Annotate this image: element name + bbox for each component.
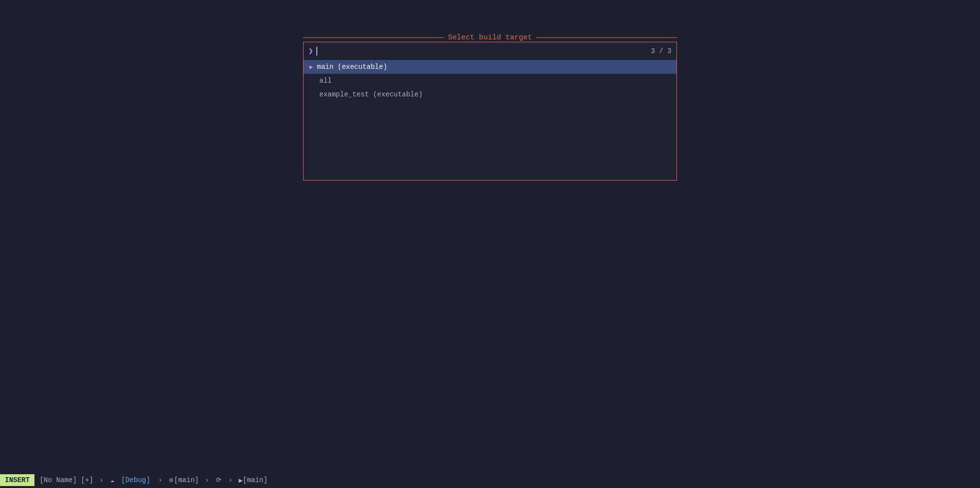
text-cursor [316,47,317,56]
empty-space [304,101,676,180]
separator-4: › [201,476,209,484]
cloud-icon: ☁ [106,476,114,484]
play-icon: ▶ [235,476,243,485]
dialog-title-bar: Select build target [303,33,677,42]
separator-3: › [154,476,162,484]
dialog-box: ❯ 3 / 3 ▶ main (executable) all example_… [303,42,677,181]
item-label: all [319,77,332,85]
search-row[interactable]: ❯ 3 / 3 [304,42,676,60]
search-input[interactable] [316,47,651,56]
items-list: ▶ main (executable) all example_test (ex… [304,60,676,180]
status-buffer-flags: [+] [77,476,93,484]
refresh-icon: ⟳ [212,476,221,484]
status-buffer-name: [No Name] [39,476,77,484]
separator-5: › [224,476,233,484]
separator-2: [Debug] [117,476,150,484]
list-item[interactable]: all [304,74,676,88]
count-badge: 3 / 3 [651,47,672,55]
mode-badge: INSERT [0,474,34,486]
select-build-target-dialog: Select build target ❯ 3 / 3 ▶ main (exec… [303,33,677,181]
main-label-2: [main] [243,476,268,484]
status-bar: INSERT [No Name] [+] › ☁ [Debug] › ⚙ [ma… [0,472,980,488]
list-item[interactable]: ▶ main (executable) [304,60,676,74]
list-item[interactable]: example_test (executable) [304,88,676,101]
separator-1: › [95,476,104,484]
status-items: [No Name] [+] › ☁ [Debug] › ⚙ [main] › ⟳… [39,476,268,485]
main-background: Select build target ❯ 3 / 3 ▶ main (exec… [0,0,980,488]
dialog-title: Select build target [444,33,536,42]
prompt-icon: ❯ [308,46,313,56]
title-line-right [536,37,677,38]
item-label: example_test (executable) [319,91,423,98]
main-label-1: [main] [174,476,199,484]
selected-arrow-icon: ▶ [309,63,313,71]
item-label: main (executable) [317,63,387,71]
title-line-left [303,37,444,38]
gear-icon: ⚙ [165,476,173,484]
